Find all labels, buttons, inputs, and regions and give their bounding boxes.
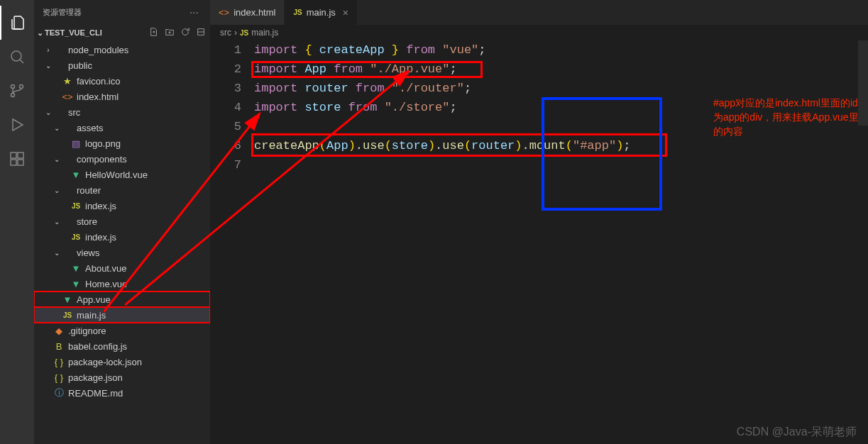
file-favicon-ico[interactable]: ★favicon.ico <box>34 73 210 89</box>
tree-item-label: App.vue <box>77 294 210 305</box>
file-main-js[interactable]: JSmain.js <box>34 307 210 323</box>
svg-point-0 <box>11 51 21 61</box>
code-line-6[interactable]: createApp(App).use(store).use(router).mo… <box>254 136 868 155</box>
sidebar-more-button[interactable]: ··· <box>187 6 202 19</box>
tree-item-label: babel.config.js <box>68 341 210 352</box>
code-line-1[interactable]: import { createApp } from "vue"; <box>254 40 868 60</box>
activity-scm[interactable] <box>0 74 34 108</box>
js-icon: JS <box>293 9 302 16</box>
file-type-icon: JS <box>70 233 82 241</box>
svg-line-1 <box>20 60 23 63</box>
editor-scrollbar[interactable] <box>858 40 868 444</box>
file--gitignore[interactable]: ◆.gitignore <box>34 323 210 338</box>
file-type-icon: ▼ <box>70 263 82 274</box>
new-file-button[interactable] <box>149 27 159 38</box>
tree-item-label: Home.vue <box>85 279 210 289</box>
file-home-vue[interactable]: ▼Home.vue <box>34 276 210 292</box>
code-line-5[interactable] <box>254 117 868 136</box>
chevron-icon: ⌄ <box>53 155 61 163</box>
chevron-icon: › <box>44 46 53 54</box>
folder-public[interactable]: ⌄public <box>34 57 210 73</box>
svg-rect-7 <box>11 160 16 165</box>
branch-icon <box>9 82 26 99</box>
chevron-icon: ⌄ <box>44 62 53 70</box>
svg-point-4 <box>20 85 23 89</box>
tree-item-label: main.js <box>77 310 210 321</box>
svg-rect-6 <box>11 152 16 158</box>
file-app-vue[interactable]: ▼App.vue <box>34 292 210 307</box>
line-gutter: 1234567 <box>210 40 254 444</box>
file-index-js[interactable]: JSindex.js <box>34 198 210 213</box>
folder-store[interactable]: ⌄store <box>34 213 210 229</box>
editor-area: <>index.htmlJSmain.js× src › JS main.js … <box>210 0 868 444</box>
file-babel-config-js[interactable]: Bbabel.config.js <box>34 338 210 354</box>
svg-point-2 <box>11 85 15 89</box>
file-type-icon: ▼ <box>61 294 74 305</box>
file-readme-md[interactable]: ⓘREADME.md <box>34 385 210 401</box>
folder-components[interactable]: ⌄components <box>34 151 210 167</box>
folder-router[interactable]: ⌄router <box>34 182 210 198</box>
files-icon <box>9 14 26 31</box>
file-type-icon: ◆ <box>53 326 65 336</box>
activity-explorer[interactable] <box>0 6 34 40</box>
folder-node_modules[interactable]: ›node_modules <box>34 42 210 57</box>
folder-src[interactable]: ⌄src <box>34 104 210 120</box>
folder-views[interactable]: ⌄views <box>34 245 210 260</box>
file-package-lock-json[interactable]: { }package-lock.json <box>34 354 210 370</box>
code-content[interactable]: import { createApp } from "vue";import A… <box>254 40 868 444</box>
html-icon: <> <box>219 7 229 18</box>
tree-item-label: package-lock.json <box>68 357 210 367</box>
refresh-button[interactable] <box>180 27 190 38</box>
tree-item-label: public <box>68 60 210 71</box>
file-about-vue[interactable]: ▼About.vue <box>34 260 210 276</box>
scrollbar-thumb[interactable] <box>858 40 868 126</box>
sidebar-title: 资源管理器 <box>43 7 82 18</box>
activity-bar <box>0 0 34 444</box>
tree-item-label: views <box>77 248 210 258</box>
tab-label: main.js <box>307 7 336 18</box>
tree-item-label: README.md <box>68 388 210 399</box>
file-type-icon: ▧ <box>70 138 82 149</box>
collapse-button[interactable] <box>196 27 206 38</box>
chevron-icon: ⌄ <box>44 109 53 116</box>
file-type-icon: ▼ <box>70 170 82 180</box>
file-package-json[interactable]: { }package.json <box>34 370 210 385</box>
chevron-icon: ⌄ <box>53 187 61 194</box>
close-icon[interactable]: × <box>343 7 348 18</box>
explorer-sidebar: 资源管理器 ··· ⌄ TEST_VUE_CLI ›node_modules⌄p… <box>34 0 210 444</box>
svg-rect-9 <box>18 152 23 158</box>
code-line-7[interactable] <box>254 155 868 174</box>
code-line-3[interactable]: import router from "./router"; <box>254 79 868 98</box>
activity-debug[interactable] <box>0 108 34 142</box>
file-helloworld-vue[interactable]: ▼HelloWorld.vue <box>34 167 210 182</box>
file-logo-png[interactable]: ▧logo.png <box>34 135 210 151</box>
tree-item-label: favicon.ico <box>77 76 210 87</box>
code-line-2[interactable]: import App from "./App.vue"; <box>254 60 868 79</box>
tree-item-label: assets <box>77 123 210 133</box>
chevron-icon: ⌄ <box>53 218 61 226</box>
code-editor[interactable]: 1234567 import { createApp } from "vue";… <box>210 40 868 444</box>
activity-extensions[interactable] <box>0 142 34 176</box>
tab-main-js[interactable]: JSmain.js× <box>285 0 358 25</box>
svg-point-3 <box>11 94 15 97</box>
project-name: TEST_VUE_CLI <box>45 28 102 37</box>
folder-assets[interactable]: ⌄assets <box>34 120 210 135</box>
tree-item-label: package.json <box>68 372 210 383</box>
search-icon <box>9 48 26 65</box>
file-tree: ›node_modules⌄public★favicon.ico<>index.… <box>34 40 210 444</box>
file-index-js[interactable]: JSindex.js <box>34 229 210 245</box>
code-line-4[interactable]: import store from "./store"; <box>254 98 868 117</box>
breadcrumb[interactable]: src › JS main.js <box>210 25 868 40</box>
play-icon <box>9 116 26 133</box>
tab-index-html[interactable]: <>index.html <box>210 0 285 25</box>
tab-bar: <>index.htmlJSmain.js× <box>210 0 868 25</box>
activity-search[interactable] <box>0 40 34 74</box>
file-index-html[interactable]: <>index.html <box>34 89 210 104</box>
project-header[interactable]: ⌄ TEST_VUE_CLI <box>34 25 210 40</box>
chevron-icon: ⌄ <box>53 249 61 257</box>
new-folder-button[interactable] <box>165 27 175 38</box>
file-type-icon: ⓘ <box>53 387 65 399</box>
project-actions <box>149 27 206 38</box>
breadcrumb-folder: src <box>220 28 231 38</box>
file-type-icon: <> <box>61 91 74 102</box>
